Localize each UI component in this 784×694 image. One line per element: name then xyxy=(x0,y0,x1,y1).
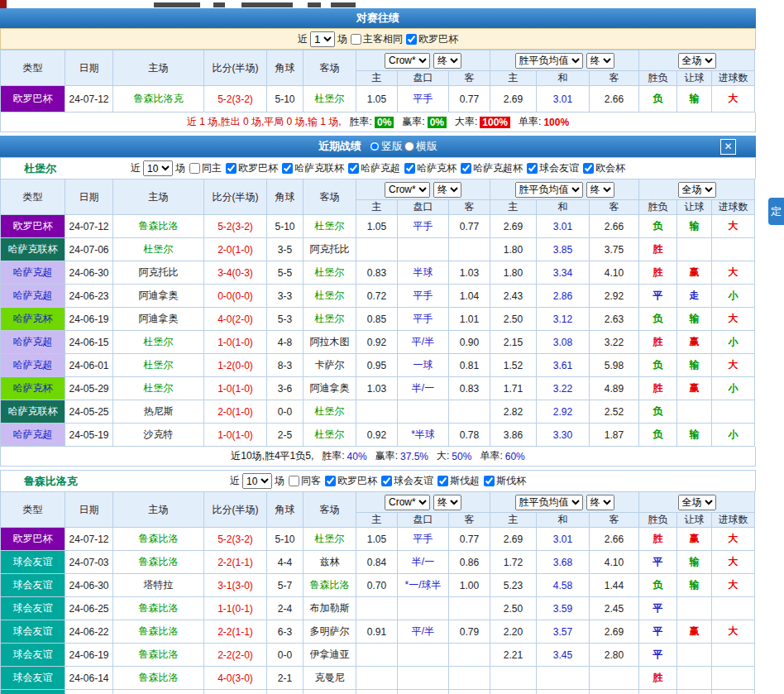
venue-toggle-option[interactable]: 同主 xyxy=(189,161,222,175)
eu-draw-odds: 3.85 xyxy=(537,238,590,261)
league-filter-checkbox[interactable] xyxy=(484,476,495,486)
ah-home-odds: 0.82 xyxy=(356,690,398,694)
games-label: 场 xyxy=(337,32,347,46)
h2h-count-select[interactable]: 1 xyxy=(310,31,335,47)
europe-mean-select[interactable]: 胜平负均值 xyxy=(515,495,583,510)
odds-company-select[interactable]: Crow* xyxy=(385,182,430,198)
away-team-cell: 阿迪拿奥 xyxy=(304,377,356,400)
h2h-league-checkbox[interactable] xyxy=(406,34,417,45)
europe-mean-select[interactable]: 胜平负均值 xyxy=(515,182,583,198)
league-filter-option[interactable]: 欧罗巴杯 xyxy=(226,161,278,175)
same-venue-checkbox[interactable] xyxy=(351,34,361,45)
scope-select[interactable]: 全场 xyxy=(678,495,716,510)
result-handicap: 赢 xyxy=(677,528,712,551)
summary-stat-label: 单率: xyxy=(519,115,541,129)
result-wdl: 负 xyxy=(639,86,677,112)
league-cell: 球会友谊 xyxy=(1,667,65,690)
eu-away-odds xyxy=(590,667,639,690)
date-cell: 24-05-25 xyxy=(65,400,113,424)
league-filter-checkbox[interactable] xyxy=(381,476,392,486)
ah-line: *半球 xyxy=(398,424,449,447)
europe-final-select[interactable]: 终 xyxy=(586,53,614,69)
scope-select[interactable]: 全场 xyxy=(678,182,716,198)
date-cell: 24-05-19 xyxy=(65,424,113,447)
league-filter-option[interactable]: 哈萨克联杯 xyxy=(282,161,344,175)
cropped-text-fragment xyxy=(241,2,293,7)
league-filter-label: 哈萨克超 xyxy=(361,161,400,175)
date-cell: 24-07-03 xyxy=(65,551,113,574)
europe-mean-select[interactable]: 胜平负均值 xyxy=(515,53,583,69)
result-overunder xyxy=(712,644,755,667)
league-filter-checkbox[interactable] xyxy=(461,163,471,174)
eu-draw-odds: 2.86 xyxy=(537,285,590,308)
league-filter-option[interactable]: 斯伐杯 xyxy=(484,474,526,488)
league-filter-option[interactable]: 斯伐超 xyxy=(437,474,480,488)
layout-option[interactable]: 竖版 xyxy=(370,139,403,154)
home-team-cell: 杜堡尔 xyxy=(113,331,204,354)
eu-draw-odds: 3.08 xyxy=(537,331,590,354)
close-icon[interactable]: ✕ xyxy=(720,139,736,155)
league-filter-option[interactable]: 哈萨克杯 xyxy=(404,161,457,175)
column-header: 角球 xyxy=(267,50,304,86)
sub-column-header: 进球数 xyxy=(712,513,755,528)
league-filter-checkbox[interactable] xyxy=(404,163,415,174)
h2h-league-option[interactable]: 欧罗巴杯 xyxy=(406,32,458,46)
league-filter-option[interactable]: 哈萨克超 xyxy=(348,161,400,175)
scope-select[interactable]: 全场 xyxy=(678,53,716,69)
league-cell: 欧罗巴杯 xyxy=(1,528,65,551)
handicap-final-select[interactable]: 终 xyxy=(433,495,461,510)
league-filter-checkbox[interactable] xyxy=(325,476,336,486)
column-header: 主场 xyxy=(113,492,204,528)
result-overunder: 小 xyxy=(712,285,755,308)
column-header: 比分(半场) xyxy=(204,50,267,86)
odds-company-select[interactable]: Crow* xyxy=(385,495,430,510)
league-filter-checkbox[interactable] xyxy=(527,163,538,174)
layout-radio[interactable] xyxy=(370,141,380,151)
handicap-final-select[interactable]: 终 xyxy=(433,53,461,69)
result-wdl: 负 xyxy=(639,354,677,377)
league-filter-option[interactable]: 球会友谊 xyxy=(381,474,433,488)
recent-count-select[interactable]: 10 xyxy=(143,160,173,176)
europe-final-select[interactable]: 终 xyxy=(586,182,614,198)
ah-away-odds xyxy=(449,644,490,667)
result-overunder: 大 xyxy=(712,551,755,574)
handicap-final-select[interactable]: 终 xyxy=(433,182,461,198)
venue-toggle-checkbox[interactable] xyxy=(189,163,200,174)
team-name: 杜堡尔 xyxy=(24,161,56,176)
cropped-text-fragment xyxy=(154,2,200,7)
sub-column-header: 主 xyxy=(356,513,398,528)
league-filter-checkbox[interactable] xyxy=(348,163,359,174)
side-tab-button[interactable]: 定 xyxy=(768,198,784,225)
europe-final-select[interactable]: 终 xyxy=(586,495,614,510)
league-filter-option[interactable]: 欧罗巴杯 xyxy=(325,474,377,488)
cropped-text-fragment xyxy=(331,2,356,7)
summary-stat-value: 40% xyxy=(347,451,367,462)
layout-radio[interactable] xyxy=(404,141,414,151)
cropped-text-fragment xyxy=(213,2,225,7)
recent-count-select[interactable]: 10 xyxy=(242,473,272,489)
venue-toggle-checkbox[interactable] xyxy=(289,476,299,486)
layout-option[interactable]: 横版 xyxy=(404,139,437,154)
league-cell: 哈萨克联杯 xyxy=(1,238,65,261)
same-venue-option[interactable]: 主客相同 xyxy=(351,32,403,46)
summary-stat-value: 50% xyxy=(452,451,471,462)
ah-home-odds: 1.05 xyxy=(356,215,398,238)
league-filter-option[interactable]: 欧会杯 xyxy=(583,161,625,175)
league-filter-checkbox[interactable] xyxy=(583,163,594,174)
league-filter-checkbox[interactable] xyxy=(437,476,448,486)
result-wdl: 胜 xyxy=(639,377,677,400)
league-filter-checkbox[interactable] xyxy=(282,163,293,174)
summary-stat-value: 0% xyxy=(428,117,447,128)
ah-away-odds: 1.02 xyxy=(449,690,490,694)
result-overunder: 大 xyxy=(712,528,755,551)
ah-line: 球半 xyxy=(398,690,449,694)
league-cell: 球会友谊 xyxy=(1,620,65,644)
league-filter-checkbox[interactable] xyxy=(226,163,237,174)
result-handicap xyxy=(677,238,712,261)
league-filter-option[interactable]: 哈萨克超杯 xyxy=(461,161,523,175)
league-filter-option[interactable]: 球会友谊 xyxy=(527,161,579,175)
eu-draw-odds: 3.57 xyxy=(537,620,590,644)
odds-company-select[interactable]: Crow* xyxy=(385,53,430,69)
venue-toggle-option[interactable]: 同客 xyxy=(289,474,321,488)
league-cell: 球会友谊 xyxy=(1,690,65,694)
